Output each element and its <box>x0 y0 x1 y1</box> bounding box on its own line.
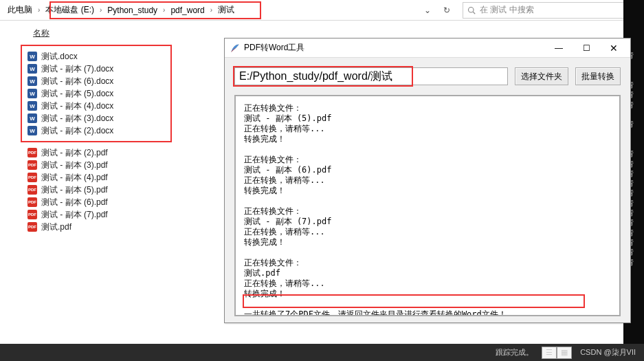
search-input[interactable]: 在 测试 中搜索 <box>463 2 641 19</box>
word-file-icon: W <box>27 64 37 74</box>
file-row[interactable]: PDF测试 - 副本 (3).pdf <box>27 159 168 171</box>
word-file-icon: W <box>27 76 37 86</box>
file-row[interactable]: W测试.docx <box>27 50 166 63</box>
choose-folder-button[interactable]: 选择文件夹 <box>515 67 568 85</box>
pdf-file-group: PDF测试 - 副本 (2).pdfPDF测试 - 副本 (3).pdfPDF测… <box>21 142 172 237</box>
file-row[interactable]: PDF测试 - 副本 (6).pdf <box>27 196 168 208</box>
pdf-file-icon: PDF <box>27 197 37 207</box>
view-toggle-group: ☰ ▦ <box>542 347 572 359</box>
window-titlebar[interactable]: PDF转Word工具 — ☐ ✕ <box>225 39 630 58</box>
word-file-icon: W <box>27 126 37 135</box>
file-row[interactable]: W测试 - 副本 (2).docx <box>27 124 166 137</box>
chevron-right-icon: › <box>208 6 214 14</box>
file-name: 测试 - 副本 (2).pdf <box>41 147 108 159</box>
file-list-pane: 名称 W测试.docxW测试 - 副本 (7).docxW测试 - 副本 (6)… <box>0 21 227 351</box>
file-row[interactable]: W测试 - 副本 (7).docx <box>27 63 166 75</box>
docx-file-group: W测试.docxW测试 - 副本 (7).docxW测试 - 副本 (6).do… <box>21 45 172 142</box>
breadcrumb-item[interactable]: pdf_word <box>168 6 206 15</box>
pdf-file-icon: PDF <box>27 148 37 157</box>
word-file-icon: W <box>27 101 37 111</box>
file-row[interactable]: PDF测试 - 副本 (5).pdf <box>27 184 168 196</box>
minimize-button[interactable]: — <box>545 39 573 58</box>
pdf-file-icon: PDF <box>27 222 37 232</box>
chevron-right-icon: › <box>161 6 167 14</box>
breadcrumb-container: 此电脑 › 本地磁盘 (E:) › Python_study › pdf_wor… <box>3 2 457 19</box>
breadcrumb-item[interactable]: 测试 <box>216 4 236 16</box>
pdf-file-icon: PDF <box>27 160 37 170</box>
breadcrumb-item[interactable]: 本地磁盘 (E:) <box>43 4 96 16</box>
refresh-icon[interactable]: ↻ <box>441 6 453 15</box>
file-name: 测试 - 副本 (3).docx <box>41 113 113 124</box>
path-entry-wrap <box>234 67 508 85</box>
search-icon <box>467 6 476 14</box>
file-row[interactable]: W测试 - 副本 (5).docx <box>27 87 166 100</box>
file-name: 测试 - 副本 (7).pdf <box>41 209 108 221</box>
batch-convert-button[interactable]: 批量转换 <box>575 67 621 85</box>
search-placeholder: 在 测试 中搜索 <box>480 4 534 16</box>
file-name: 测试 - 副本 (4).pdf <box>41 172 108 184</box>
ide-status-bar: 跟踪完成。 ☰ ▦ CSDN @柒月VII <box>0 344 644 361</box>
file-row[interactable]: PDF测试 - 副本 (2).pdf <box>27 146 168 159</box>
tk-feather-icon <box>230 43 240 53</box>
log-output[interactable]: 正在转换文件： 测试 - 副本 (5).pdf 正在转换，请稍等... 转换完成… <box>244 103 611 316</box>
breadcrumb-item[interactable]: 此电脑 <box>5 4 34 16</box>
pdf-file-icon: PDF <box>27 210 37 219</box>
file-row[interactable]: PDF测试.pdf <box>27 221 168 233</box>
file-name: 测试 - 副本 (3).pdf <box>41 160 108 171</box>
svg-point-0 <box>469 7 474 12</box>
file-row[interactable]: W测试 - 副本 (4).docx <box>27 100 166 112</box>
address-controls: ⌄ ↻ <box>421 6 457 15</box>
file-name: 测试.pdf <box>41 221 71 233</box>
chevron-right-icon: › <box>36 6 42 14</box>
file-row[interactable]: PDF测试 - 副本 (7).pdf <box>27 208 168 221</box>
pdf-to-word-window: PDF转Word工具 — ☐ ✕ 选择文件夹 批量转换 正在转换文件： 测试 -… <box>224 38 631 323</box>
explorer-address-bar: 此电脑 › 本地磁盘 (E:) › Python_study › pdf_wor… <box>0 0 644 21</box>
pdf-file-icon: PDF <box>27 185 37 195</box>
chevron-right-icon: › <box>98 6 104 14</box>
maximize-button[interactable]: ☐ <box>573 39 600 58</box>
column-header-name[interactable]: 名称 <box>33 28 213 45</box>
file-name: 测试 - 副本 (5).docx <box>41 88 113 100</box>
word-file-icon: W <box>27 52 37 61</box>
file-name: 测试 - 副本 (5).pdf <box>41 184 108 196</box>
file-name: 测试 - 副本 (6).pdf <box>41 197 108 208</box>
word-file-icon: W <box>27 113 37 123</box>
history-dropdown-icon[interactable]: ⌄ <box>421 6 434 15</box>
breadcrumb[interactable]: 此电脑 › 本地磁盘 (E:) › Python_study › pdf_wor… <box>3 2 239 19</box>
file-row[interactable]: W测试 - 副本 (6).docx <box>27 75 166 87</box>
pdf-file-icon: PDF <box>27 173 37 182</box>
breadcrumb-item[interactable]: Python_study <box>105 6 159 15</box>
details-view-icon[interactable]: ☰ <box>542 347 557 359</box>
watermark: CSDN @柒月VII <box>580 347 636 358</box>
file-name: 测试 - 副本 (6).docx <box>41 76 113 87</box>
file-name: 测试 - 副本 (2).docx <box>41 125 113 137</box>
file-name: 测试 - 副本 (4).docx <box>41 100 113 112</box>
path-entry[interactable] <box>234 67 508 85</box>
window-title: PDF转Word工具 <box>244 42 545 54</box>
file-row[interactable]: W测试 - 副本 (3).docx <box>27 112 166 124</box>
status-text: 跟踪完成。 <box>496 347 533 358</box>
svg-line-1 <box>473 12 475 14</box>
log-output-frame: 正在转换文件： 测试 - 副本 (5).pdf 正在转换，请稍等... 转换完成… <box>234 95 621 316</box>
tool-toolbar: 选择文件夹 批量转换 <box>225 58 630 92</box>
close-button[interactable]: ✕ <box>600 39 628 58</box>
file-name: 测试 - 副本 (7).docx <box>41 63 113 75</box>
file-name: 测试.docx <box>41 51 78 63</box>
word-file-icon: W <box>27 89 37 98</box>
icons-view-icon[interactable]: ▦ <box>557 347 572 359</box>
file-row[interactable]: PDF测试 - 副本 (4).pdf <box>27 171 168 184</box>
